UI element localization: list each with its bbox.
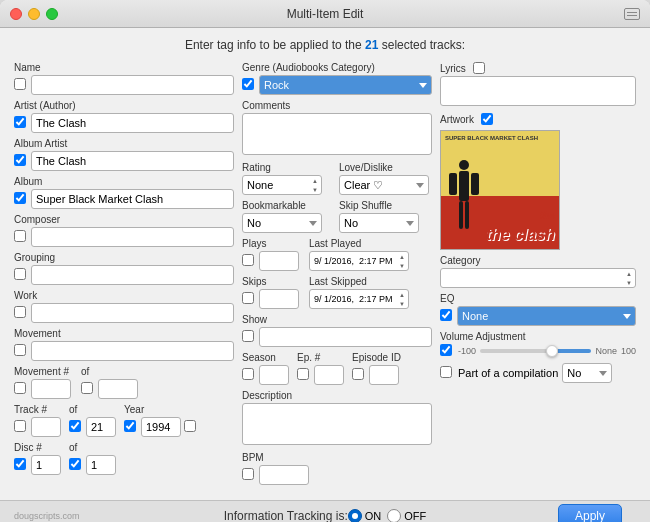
skips-input[interactable] xyxy=(259,289,299,309)
off-radio[interactable]: OFF xyxy=(387,509,426,522)
love-dislike-label: Love/Dislike xyxy=(339,162,432,173)
year-checkbox[interactable] xyxy=(124,420,136,432)
composer-input[interactable] xyxy=(31,227,234,247)
comments-textarea[interactable] xyxy=(242,113,432,155)
category-up[interactable]: ▲ xyxy=(623,269,635,278)
of-track-input[interactable] xyxy=(86,417,116,437)
bpm-input[interactable] xyxy=(259,465,309,485)
skip-shuffle-select[interactable]: No xyxy=(339,213,419,233)
bookmark-skip-group: Bookmarkable No Skip Shuffle No xyxy=(242,200,432,233)
last-skipped-down[interactable]: ▼ xyxy=(396,299,408,308)
last-played-input[interactable] xyxy=(309,251,409,271)
eq-select[interactable]: None xyxy=(457,306,636,326)
volume-checkbox[interactable] xyxy=(440,344,452,356)
skips-label: Skips xyxy=(242,276,299,287)
artwork-group: Artwork SUPER BLACK MARKET CLASH xyxy=(440,113,636,250)
of-track-checkbox[interactable] xyxy=(69,420,81,432)
track-count: 21 xyxy=(365,38,378,52)
category-down[interactable]: ▼ xyxy=(623,278,635,287)
name-checkbox[interactable] xyxy=(14,78,26,90)
of-disc-input[interactable] xyxy=(86,455,116,475)
album-input[interactable] xyxy=(31,189,234,209)
album-label: Album xyxy=(14,176,234,187)
genre-checkbox[interactable] xyxy=(242,78,254,90)
disc-num-input[interactable] xyxy=(31,455,61,475)
artwork-checkbox[interactable] xyxy=(481,113,493,125)
love-dislike-select[interactable]: Clear ♡ xyxy=(339,175,429,195)
lyrics-checkbox[interactable] xyxy=(473,62,485,74)
eq-checkbox[interactable] xyxy=(440,309,452,321)
close-button[interactable] xyxy=(10,8,22,20)
album-artist-input[interactable] xyxy=(31,151,234,171)
category-input[interactable] xyxy=(440,268,636,288)
album-artist-checkbox[interactable] xyxy=(14,154,26,166)
album-checkbox[interactable] xyxy=(14,192,26,204)
description-textarea[interactable] xyxy=(242,403,432,445)
movement-num-checkbox[interactable] xyxy=(14,382,26,394)
skips-checkbox[interactable] xyxy=(242,292,254,304)
show-input[interactable] xyxy=(259,327,432,347)
track-checkbox[interactable] xyxy=(14,420,26,432)
name-input[interactable] xyxy=(31,75,234,95)
last-skipped-input[interactable] xyxy=(309,289,409,309)
plays-checkbox[interactable] xyxy=(242,254,254,266)
work-checkbox[interactable] xyxy=(14,306,26,318)
work-input[interactable] xyxy=(31,303,234,323)
svg-rect-4 xyxy=(459,201,463,229)
maximize-button[interactable] xyxy=(46,8,58,20)
window-resize-icon[interactable] xyxy=(624,8,640,20)
compilation-checkbox[interactable] xyxy=(440,366,452,378)
rating-up-arrow[interactable]: ▲ xyxy=(309,176,321,185)
track-num-input[interactable] xyxy=(31,417,61,437)
plays-input[interactable] xyxy=(259,251,299,271)
compilation-select[interactable]: No xyxy=(562,363,612,383)
movement-checkbox[interactable] xyxy=(14,344,26,356)
genre-select[interactable]: Rock xyxy=(259,75,432,95)
on-label: ON xyxy=(365,510,382,522)
artist-checkbox[interactable] xyxy=(14,116,26,128)
of-movement-checkbox[interactable] xyxy=(81,382,93,394)
main-grid: Name Artist (Author) Album A xyxy=(14,62,636,490)
last-played-up[interactable]: ▲ xyxy=(396,252,408,261)
last-skipped-up[interactable]: ▲ xyxy=(396,290,408,299)
year-extra-checkbox[interactable] xyxy=(184,420,196,432)
grouping-checkbox[interactable] xyxy=(14,268,26,280)
year-input[interactable] xyxy=(141,417,181,437)
svg-rect-3 xyxy=(471,173,479,195)
track-group: Track # of xyxy=(14,404,234,437)
movement-num-input[interactable] xyxy=(31,379,71,399)
bpm-checkbox[interactable] xyxy=(242,468,254,480)
season-input[interactable] xyxy=(259,365,289,385)
movement-input[interactable] xyxy=(31,341,234,361)
of-disc-checkbox[interactable] xyxy=(69,458,81,470)
disc-checkbox[interactable] xyxy=(14,458,26,470)
plays-group: Plays Last Played ▲ xyxy=(242,238,432,271)
of-movement-label: of xyxy=(81,366,138,377)
artist-input[interactable] xyxy=(31,113,234,133)
name-label: Name xyxy=(14,62,234,73)
volume-slider-thumb[interactable] xyxy=(546,345,558,357)
comments-label: Comments xyxy=(242,100,432,111)
minimize-button[interactable] xyxy=(28,8,40,20)
ep-num-checkbox[interactable] xyxy=(297,368,309,380)
grouping-input[interactable] xyxy=(31,265,234,285)
work-group: Work xyxy=(14,290,234,323)
bookmarkable-select[interactable]: No xyxy=(242,213,322,233)
svg-rect-1 xyxy=(459,171,469,201)
rating-down-arrow[interactable]: ▼ xyxy=(309,185,321,194)
show-checkbox[interactable] xyxy=(242,330,254,342)
composer-checkbox[interactable] xyxy=(14,230,26,242)
episode-id-input[interactable] xyxy=(369,365,399,385)
season-checkbox[interactable] xyxy=(242,368,254,380)
year-label: Year xyxy=(124,404,198,415)
last-played-down[interactable]: ▼ xyxy=(396,261,408,270)
ep-num-label: Ep. # xyxy=(297,352,344,363)
on-radio[interactable]: ON xyxy=(348,509,382,522)
lyrics-textarea[interactable] xyxy=(440,76,636,106)
composer-group: Composer xyxy=(14,214,234,247)
volume-slider-track xyxy=(480,349,591,353)
ep-num-input[interactable] xyxy=(314,365,344,385)
of-movement-input[interactable] xyxy=(98,379,138,399)
episode-id-checkbox[interactable] xyxy=(352,368,364,380)
apply-button[interactable]: Apply xyxy=(558,504,622,522)
